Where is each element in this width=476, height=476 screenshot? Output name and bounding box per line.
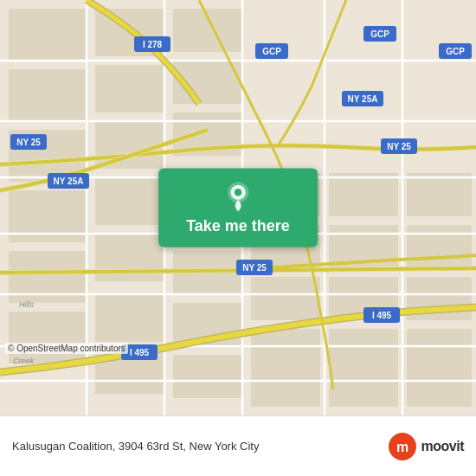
svg-rect-14 [95, 65, 164, 113]
svg-text:Hills: Hills [19, 300, 34, 309]
svg-text:NY 25: NY 25 [16, 138, 41, 147]
svg-text:NY 25A: NY 25A [348, 94, 378, 104]
moovit-logo-icon: m [387, 431, 418, 462]
svg-rect-8 [9, 69, 87, 121]
svg-text:NY 25: NY 25 [242, 263, 267, 273]
moovit-text: moovit [421, 439, 464, 454]
svg-rect-40 [407, 372, 472, 407]
location-label: Kalusugan Coalition, 3904 63rd St, New Y… [12, 440, 387, 453]
svg-text:GCP: GCP [370, 29, 389, 39]
svg-rect-39 [407, 329, 472, 372]
svg-text:GCP: GCP [262, 47, 281, 56]
svg-rect-18 [95, 294, 164, 342]
svg-rect-16 [95, 177, 164, 225]
svg-rect-7 [9, 9, 87, 61]
take-me-there-label: Take me there [186, 217, 290, 235]
svg-point-81 [235, 189, 242, 196]
svg-text:NY 25: NY 25 [387, 142, 411, 151]
svg-text:I 495: I 495 [130, 348, 150, 357]
svg-rect-35 [329, 372, 398, 407]
osm-credit-text: © OpenStreetMap contributors [8, 344, 125, 353]
svg-rect-12 [9, 312, 87, 363]
svg-rect-36 [407, 173, 472, 216]
svg-rect-25 [173, 355, 242, 398]
svg-rect-30 [251, 372, 320, 407]
svg-text:GCP: GCP [446, 47, 465, 56]
svg-text:I 278: I 278 [143, 40, 163, 49]
svg-rect-34 [329, 329, 398, 372]
svg-text:NY 25A: NY 25A [54, 177, 84, 186]
bottom-bar: Kalusugan Coalition, 3904 63rd St, New Y… [0, 415, 476, 476]
location-pin-icon [222, 181, 254, 212]
svg-text:Creek: Creek [13, 357, 35, 365]
take-me-there-button[interactable]: Take me there [158, 169, 318, 248]
svg-text:I 495: I 495 [372, 311, 392, 320]
svg-rect-28 [251, 277, 320, 320]
svg-text:m: m [396, 440, 408, 454]
svg-rect-37 [407, 225, 472, 268]
svg-rect-31 [329, 173, 398, 216]
map-container: I 278 NY 25 NY 25A NY 25A GCP GCP GCP NY… [0, 0, 476, 415]
osm-credit: © OpenStreetMap contributors [5, 343, 128, 354]
svg-rect-29 [251, 329, 320, 372]
moovit-logo: m moovit [387, 431, 464, 462]
